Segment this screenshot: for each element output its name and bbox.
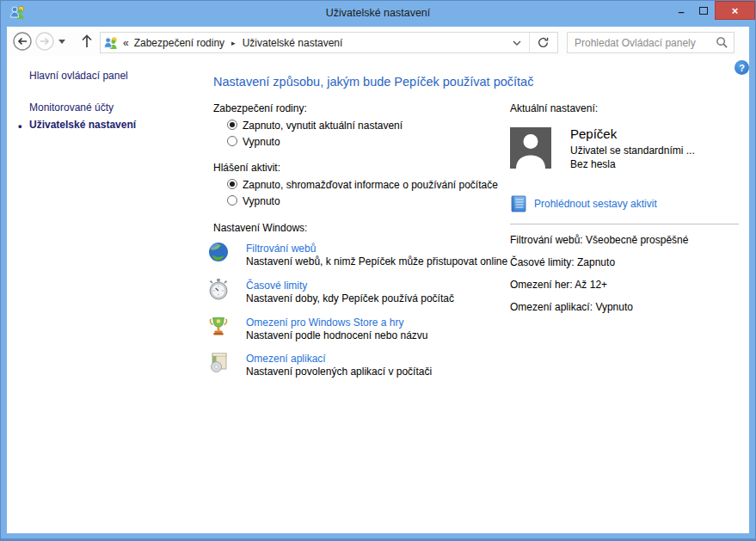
trophy-icon [207,315,230,340]
breadcrumb-item-family-safety[interactable]: Zabezpečení rodiny [132,37,226,49]
up-button[interactable] [79,33,98,52]
refresh-icon[interactable] [532,36,554,49]
user-avatar [510,127,551,169]
radio-family-safety-on[interactable] [227,120,237,130]
minimize-button[interactable]: – [670,1,692,20]
current-settings-label: Aktuální nastavení: [510,102,598,114]
radio-family-safety-on-label[interactable]: Zapnuto, vynutit aktuální nastavení [243,120,403,132]
radio-activity-on[interactable] [227,179,237,189]
summary-game-restrictions: Omezení her: Až 12+ [510,279,607,291]
user-password-status: Bez hesla [570,158,616,170]
close-icon: × [732,4,739,17]
content-area: ? Hlavní ovládací panel Monitorované účt… [7,56,749,533]
summary-app-restrictions: Omezení aplikací: Vypnuto [510,301,633,313]
desc-store-game-restrictions: Nastavení podle hodnocení nebo názvu [246,329,428,341]
forward-button[interactable] [35,32,54,51]
radio-family-safety-off[interactable] [227,136,237,146]
maximize-button[interactable] [692,1,715,20]
sidebar-item-user-settings[interactable]: Uživatelské nastavení [29,119,136,131]
help-icon[interactable]: ? [734,60,749,75]
breadcrumb-item-user-settings[interactable]: Uživatelské nastavení [241,37,345,49]
summary-divider [510,224,739,224]
desc-app-restrictions: Nastavení povolených aplikací v počítači [246,366,432,378]
page-title: Nastavení způsobu, jakým bude Pepíček po… [213,75,533,89]
window-title: Uživatelské nastavení [1,7,755,19]
globe-icon [207,241,230,266]
back-button[interactable] [13,32,32,51]
sidebar-active-bullet-icon: • [18,120,22,132]
stopwatch-icon [207,278,230,303]
link-web-filtering[interactable]: Filtrování webů [246,243,316,255]
summary-web-filtering: Filtrování webů: Všeobecně prospěšné [510,234,688,246]
radio-activity-off[interactable] [227,195,237,206]
sidebar-item-main-control-panel[interactable]: Hlavní ovládací panel [29,70,128,82]
breadcrumb-separator-icon[interactable]: ▸ [231,39,236,47]
radio-activity-off-label[interactable]: Vypnuto [243,195,280,207]
search-box[interactable] [567,32,734,53]
breadcrumb-overflow-icon[interactable]: « [123,37,129,49]
recent-pages-dropdown-icon[interactable] [58,40,65,44]
user-account-type: Uživatel se standardními ... [570,144,695,157]
sidebar-item-monitored-accounts[interactable]: Monitorované účty [29,101,114,114]
link-app-restrictions[interactable]: Omezení aplikací [246,353,326,365]
family-safety-window: Uživatelské nastavení – × [0,0,756,541]
search-icon[interactable] [716,36,728,49]
navigation-bar: « Zabezpečení rodiny ▸ Uživatelské nasta… [7,27,749,56]
activity-reporting-section-label: Hlášení aktivit: [213,162,280,174]
link-time-limits[interactable]: Časové limity [246,280,307,292]
software-box-icon [207,351,230,376]
activity-report-icon [510,195,527,212]
link-view-activity-reports[interactable]: Prohlédnout sestavy aktivit [534,198,657,210]
search-input[interactable] [573,36,716,50]
desc-time-limits: Nastavení doby, kdy Pepíček používá počí… [246,292,454,304]
address-dropdown-icon[interactable] [507,40,526,46]
desc-web-filtering: Nastavení webů, k nimž Pepíček může přis… [246,255,507,267]
family-safety-section-label: Zabezpečení rodiny: [213,102,307,114]
close-button[interactable]: × [715,1,755,20]
minimize-icon: – [678,5,684,18]
summary-time-limits: Časové limity: Zapnuto [510,256,615,268]
radio-family-safety-off-label[interactable]: Vypnuto [243,136,280,148]
link-store-game-restrictions[interactable]: Omezení pro Windows Store a hry [246,317,403,329]
breadcrumb-app-icon [104,36,118,50]
address-bar[interactable]: « Zabezpečení rodiny ▸ Uživatelské nasta… [100,32,558,53]
titlebar[interactable]: Uživatelské nastavení – × [1,1,755,27]
maximize-icon [699,7,708,15]
windows-settings-label: Nastavení Windows: [213,222,307,234]
user-name: Pepíček [570,126,617,141]
radio-activity-on-label[interactable]: Zapnuto, shromažďovat informace o použív… [243,179,498,191]
